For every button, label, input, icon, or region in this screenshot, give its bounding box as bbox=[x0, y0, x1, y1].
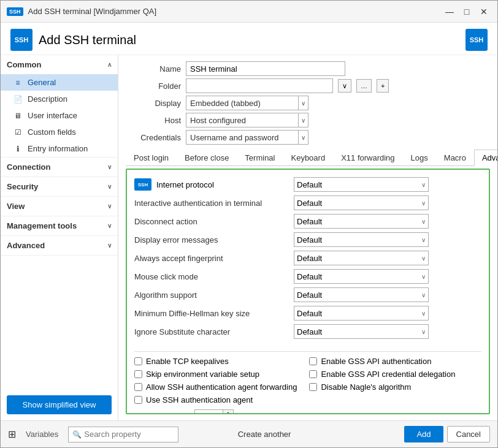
host-label: Host bbox=[126, 116, 181, 125]
sidebar-item-description[interactable]: 📄 Description bbox=[1, 91, 118, 107]
tab-logs[interactable]: Logs bbox=[403, 150, 436, 165]
ssh-agent-checkbox[interactable] bbox=[134, 396, 142, 404]
sidebar-section-advanced: Advanced ∨ bbox=[1, 236, 118, 256]
interactive-auth-select[interactable]: Default ∨ bbox=[294, 196, 429, 210]
ping-interval-input[interactable] bbox=[195, 410, 223, 414]
gss-cred-checkbox[interactable] bbox=[309, 370, 317, 378]
credentials-value: Username and password bbox=[186, 133, 298, 142]
display-error-row: Display error messages Default ∨ bbox=[134, 231, 481, 248]
display-error-label: Display error messages bbox=[134, 235, 294, 245]
sidebar-item-entry-information[interactable]: ℹ Entry information bbox=[1, 140, 118, 157]
sidebar-section-common-header[interactable]: Common ∧ bbox=[1, 55, 118, 74]
ssh-agent-fwd-checkbox[interactable] bbox=[134, 383, 142, 391]
maximize-button[interactable]: □ bbox=[459, 4, 474, 19]
sidebar-section-connection-header[interactable]: Connection ∨ bbox=[1, 158, 118, 177]
sidebar-section-advanced-header[interactable]: Advanced ∨ bbox=[1, 236, 118, 255]
tab-advanced[interactable]: Advanced bbox=[474, 150, 497, 166]
add-button[interactable]: Add bbox=[404, 426, 443, 442]
ping-interval-wrapper: ▲ ▼ bbox=[194, 409, 234, 414]
always-fingerprint-select[interactable]: Default ∨ bbox=[294, 251, 429, 265]
credentials-select-wrapper: Username and password ∨ bbox=[186, 130, 308, 145]
interactive-auth-arrow: ∨ bbox=[421, 200, 426, 207]
folder-input[interactable] bbox=[186, 78, 333, 93]
tab-macro[interactable]: Macro bbox=[436, 150, 474, 165]
folder-row: Folder ∨ … + bbox=[126, 78, 490, 93]
tab-terminal[interactable]: Terminal bbox=[237, 150, 283, 165]
always-fingerprint-arrow: ∨ bbox=[421, 255, 426, 262]
diffie-hellman-select[interactable]: Default ∨ bbox=[294, 306, 429, 321]
window-title: Add SSH terminal [Windjammer QA] bbox=[28, 7, 157, 16]
internet-protocol-value: Default bbox=[297, 180, 322, 189]
close-button[interactable]: ✕ bbox=[477, 4, 491, 19]
sidebar-item-user-interface[interactable]: 🖥 User interface bbox=[1, 107, 118, 124]
sidebar-item-custom-fields[interactable]: ☑ Custom fields bbox=[1, 124, 118, 140]
nagle-checkbox[interactable] bbox=[309, 383, 317, 391]
disconnect-action-select[interactable]: Default ∨ bbox=[294, 214, 429, 229]
ping-interval-row: Ping interval ▲ ▼ sec bbox=[134, 409, 481, 414]
chevron-down-icon-security: ∨ bbox=[107, 183, 112, 190]
algorithm-support-select[interactable]: Default ∨ bbox=[294, 287, 429, 302]
search-icon: 🔍 bbox=[72, 430, 82, 439]
ping-interval-up[interactable]: ▲ bbox=[223, 410, 233, 414]
credentials-dropdown-arrow[interactable]: ∨ bbox=[298, 131, 308, 144]
minimize-button[interactable]: — bbox=[442, 4, 457, 19]
interactive-auth-label: Interactive authentication in terminal bbox=[134, 199, 294, 208]
algorithm-support-value: Default bbox=[297, 290, 322, 300]
custom-fields-icon: ☑ bbox=[13, 128, 23, 137]
sidebar: Common ∧ ≡ General 📄 Description 🖥 User … bbox=[1, 55, 118, 420]
name-input[interactable] bbox=[186, 61, 345, 76]
main-window: SSH Add SSH terminal [Windjammer QA] — □… bbox=[0, 0, 498, 448]
sidebar-section-security-header[interactable]: Security ∨ bbox=[1, 177, 118, 196]
sidebar-section-management-tools-label: Management tools bbox=[7, 221, 77, 230]
folder-dropdown-btn[interactable]: ∨ bbox=[338, 79, 351, 93]
gss-auth-label: Enable GSS API authentication bbox=[321, 357, 431, 366]
show-simplified-button[interactable]: Show simplified view bbox=[7, 395, 112, 414]
tab-keyboard[interactable]: Keyboard bbox=[283, 150, 333, 165]
cancel-button[interactable]: Cancel bbox=[447, 426, 490, 442]
bottom-bar: ⊞ Variables 🔍 Create another Add Cancel bbox=[1, 420, 497, 447]
divider bbox=[134, 351, 481, 352]
display-error-select[interactable]: Default ∨ bbox=[294, 232, 429, 247]
mouse-click-arrow: ∨ bbox=[421, 273, 426, 280]
sidebar-section-view: View ∨ bbox=[1, 197, 118, 216]
sidebar-item-custom-fields-label: Custom fields bbox=[28, 127, 76, 137]
gss-auth-checkbox[interactable] bbox=[309, 357, 317, 365]
folder-ellipsis-btn[interactable]: … bbox=[356, 79, 372, 93]
chevron-down-icon-view: ∨ bbox=[107, 203, 112, 210]
disconnect-action-arrow: ∨ bbox=[421, 218, 426, 225]
mouse-click-select[interactable]: Default ∨ bbox=[294, 269, 429, 284]
credentials-label: Credentials bbox=[126, 133, 181, 142]
diffie-hellman-label: Minimum Diffie-Hellman key size bbox=[134, 309, 294, 318]
internet-protocol-label: Internet protocol bbox=[156, 180, 214, 189]
ignore-substitute-select[interactable]: Default ∨ bbox=[294, 324, 429, 339]
sidebar-section-management-tools-header[interactable]: Management tools ∨ bbox=[1, 216, 118, 235]
display-dropdown-arrow[interactable]: ∨ bbox=[298, 96, 308, 110]
diffie-hellman-arrow: ∨ bbox=[421, 310, 426, 317]
display-value: Embedded (tabbed) bbox=[186, 99, 298, 108]
tcp-keepalives-checkbox[interactable] bbox=[134, 357, 142, 365]
skip-env-checkbox[interactable] bbox=[134, 370, 142, 378]
internet-protocol-select[interactable]: Default ∨ bbox=[294, 177, 429, 192]
sidebar-section-view-header[interactable]: View ∨ bbox=[1, 197, 118, 216]
display-label: Display bbox=[126, 99, 181, 108]
tab-post-login[interactable]: Post login bbox=[126, 150, 177, 165]
sidebar-section-security-label: Security bbox=[7, 182, 38, 191]
create-another-label[interactable]: Create another bbox=[238, 430, 291, 439]
interactive-auth-value: Default bbox=[297, 199, 322, 208]
sidebar-item-general[interactable]: ≡ General bbox=[1, 74, 118, 91]
title-bar-controls: — □ ✕ bbox=[442, 4, 491, 19]
bottom-actions: Add Cancel bbox=[404, 426, 490, 442]
sidebar-section-connection-label: Connection bbox=[7, 162, 51, 172]
search-input[interactable] bbox=[84, 430, 164, 439]
mouse-click-row: Mouse click mode Default ∨ bbox=[134, 268, 481, 285]
host-row: Host Host configured ∨ bbox=[126, 113, 490, 127]
always-fingerprint-label: Always accept fingerprint bbox=[134, 254, 294, 263]
tab-before-close[interactable]: Before close bbox=[177, 150, 237, 165]
grid-icon[interactable]: ⊞ bbox=[8, 428, 16, 440]
tab-x11-forwarding[interactable]: X11 forwarding bbox=[333, 150, 402, 165]
diffie-hellman-row: Minimum Diffie-Hellman key size Default … bbox=[134, 305, 481, 322]
chevron-down-icon-mgmt: ∨ bbox=[107, 222, 112, 229]
folder-add-btn[interactable]: + bbox=[377, 79, 389, 93]
skip-env-label: Skip environment variable setup bbox=[146, 370, 259, 379]
host-dropdown-arrow[interactable]: ∨ bbox=[298, 113, 308, 127]
